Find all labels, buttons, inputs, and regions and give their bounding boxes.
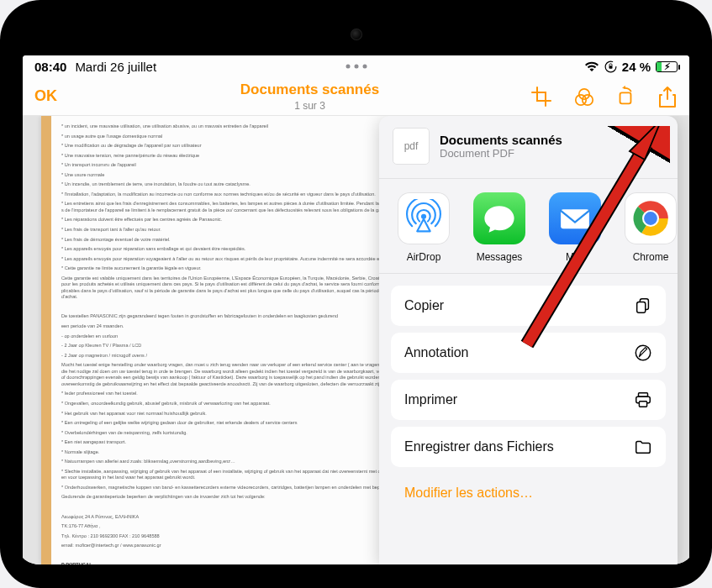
svg-rect-7 bbox=[561, 209, 589, 228]
share-app-chrome[interactable]: Chrome bbox=[618, 192, 678, 263]
svg-rect-16 bbox=[639, 402, 646, 407]
page-counter: 1 sur 3 bbox=[135, 100, 484, 112]
folder-icon bbox=[634, 438, 652, 456]
ok-button[interactable]: OK bbox=[34, 87, 57, 104]
share-app-airdrop[interactable]: AirDrop bbox=[391, 192, 456, 263]
action-save-files-label: Enregistrer dans Fichiers bbox=[404, 439, 554, 454]
svg-rect-5 bbox=[620, 92, 631, 103]
share-app-label: Chrome bbox=[633, 251, 669, 263]
filters-button[interactable] bbox=[573, 87, 593, 107]
ipad-frame: 08:40 Mardi 26 juillet 24 % ⚡︎ bbox=[0, 0, 712, 588]
battery-icon: ⚡︎ bbox=[656, 61, 678, 72]
status-bar: 08:40 Mardi 26 juillet 24 % ⚡︎ bbox=[23, 55, 689, 77]
nav-bar: OK Documents scannés 1 sur 3 bbox=[23, 77, 689, 116]
crop-button[interactable] bbox=[531, 87, 551, 107]
print-icon bbox=[634, 391, 652, 409]
chrome-icon bbox=[625, 192, 677, 244]
share-app-label: Mail bbox=[566, 251, 584, 263]
screen: 08:40 Mardi 26 juillet 24 % ⚡︎ bbox=[23, 55, 689, 564]
action-print-label: Imprimer bbox=[404, 392, 457, 407]
share-app-strip[interactable]: AirDrop Messages Mail bbox=[379, 179, 678, 274]
svg-rect-12 bbox=[637, 302, 646, 312]
share-app-messages[interactable]: Messages bbox=[467, 192, 532, 263]
action-markup[interactable]: Annotation bbox=[391, 333, 666, 373]
status-time: 08:40 bbox=[34, 60, 66, 74]
share-app-label: Messages bbox=[477, 251, 523, 263]
document-viewer: * un incident, une mauvaise utilisation,… bbox=[23, 116, 689, 564]
svg-rect-1 bbox=[609, 66, 612, 69]
status-date: Mardi 26 juillet bbox=[75, 60, 156, 74]
wifi-icon bbox=[584, 61, 599, 72]
action-copy-label: Copier bbox=[404, 298, 444, 313]
airdrop-icon bbox=[398, 192, 450, 244]
markup-icon bbox=[634, 344, 652, 362]
share-header: pdf Documents scannés Document PDF bbox=[379, 116, 678, 179]
share-app-mail[interactable]: Mail bbox=[542, 192, 608, 263]
orientation-lock-icon bbox=[604, 60, 617, 73]
action-copy[interactable]: Copier bbox=[391, 286, 666, 326]
action-print[interactable]: Imprimer bbox=[391, 380, 666, 420]
share-app-label: AirDrop bbox=[407, 251, 441, 263]
svg-point-10 bbox=[644, 212, 657, 225]
mail-icon bbox=[549, 192, 601, 244]
share-actions: Copier Annotation Imprimer bbox=[379, 274, 678, 524]
front-camera bbox=[351, 29, 362, 40]
share-sheet: pdf Documents scannés Document PDF AirDr… bbox=[379, 116, 678, 564]
share-thumbnail: pdf bbox=[393, 128, 430, 165]
copy-icon bbox=[634, 297, 652, 315]
share-doc-type: Document PDF bbox=[440, 147, 562, 160]
share-button[interactable] bbox=[657, 87, 678, 107]
page-title: Documents scannés bbox=[135, 81, 484, 98]
battery-percent: 24 % bbox=[622, 60, 651, 74]
grabber-dots bbox=[345, 65, 367, 69]
messages-icon bbox=[473, 192, 525, 244]
action-edit-actions[interactable]: Modifier les actions… bbox=[391, 474, 666, 512]
action-markup-label: Annotation bbox=[404, 345, 469, 360]
action-save-files[interactable]: Enregistrer dans Fichiers bbox=[391, 427, 666, 467]
rotate-button[interactable] bbox=[615, 87, 636, 107]
share-doc-title: Documents scannés bbox=[440, 133, 562, 147]
charging-bolt-icon: ⚡︎ bbox=[664, 61, 671, 72]
